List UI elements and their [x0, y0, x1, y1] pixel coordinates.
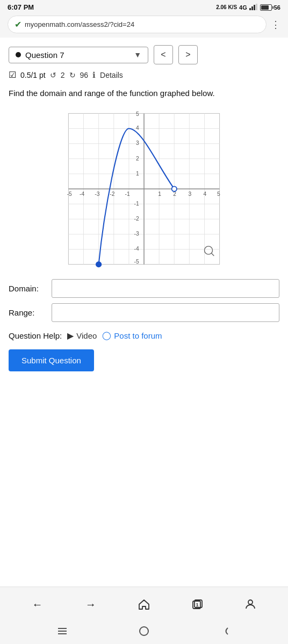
profile-icon: [244, 598, 257, 611]
secure-icon: ✔: [15, 19, 21, 30]
svg-text:-2: -2: [134, 216, 139, 222]
svg-text:2: 2: [173, 191, 176, 197]
question-selector[interactable]: Question 7 ▼: [9, 47, 148, 63]
help-row: Question Help: ▶ Video ◯ Post to forum: [9, 331, 279, 341]
svg-text:3: 3: [188, 191, 191, 197]
domain-row: Domain:: [9, 279, 279, 298]
svg-text:5: 5: [136, 111, 139, 117]
circle-gesture-icon: [139, 626, 149, 636]
svg-text:-5: -5: [67, 191, 72, 197]
forward-button[interactable]: →: [79, 592, 103, 616]
score-text: 0.5/1 pt: [20, 71, 46, 79]
svg-text:-3: -3: [95, 191, 99, 197]
battery-level: 56: [274, 4, 280, 11]
svg-text:4: 4: [136, 125, 139, 131]
graph-container: -4 -3 -2 -1 1 2 3 4 5 -5 5 4: [9, 108, 279, 269]
status-icons: 2.06 K/S 4G 56: [216, 4, 280, 11]
svg-text:-2: -2: [110, 191, 114, 197]
range-input[interactable]: [52, 303, 279, 322]
dropdown-arrow-icon: ▼: [134, 50, 141, 59]
bottom-nav-top: ← → 1: [0, 592, 288, 620]
svg-point-45: [96, 261, 101, 266]
sync-count: 96: [80, 71, 89, 79]
back-gesture[interactable]: [214, 623, 237, 640]
details-text: Details: [100, 71, 123, 79]
status-bar: 6:07 PM 2.06 K/S 4G 56: [0, 0, 288, 13]
svg-text:-4: -4: [134, 246, 139, 252]
menu-icon: [57, 627, 68, 635]
help-label: Question Help:: [9, 331, 62, 340]
video-label: Video: [76, 331, 97, 340]
url-text: myopenmath.com/assess2/?cid=24: [25, 20, 260, 28]
svg-rect-2: [254, 5, 255, 10]
svg-text:-1: -1: [134, 200, 139, 206]
question-row: Question 7 ▼ < >: [9, 45, 279, 64]
range-row: Range:: [9, 303, 279, 322]
main-content: Question 7 ▼ < > ☑ 0.5/1 pt ↺ 2 ↻ 96 ℹ D…: [0, 38, 288, 482]
svg-point-56: [140, 627, 148, 635]
retry-icon: ↺: [50, 71, 56, 79]
svg-point-46: [172, 186, 177, 191]
question-text: Find the domain and range of the functio…: [9, 87, 279, 100]
prev-question-button[interactable]: <: [154, 45, 173, 64]
time-display: 6:07 PM: [8, 3, 34, 11]
forum-label: Post to forum: [114, 331, 162, 340]
svg-text:-1: -1: [125, 191, 129, 197]
bottom-nav: ← → 1: [0, 587, 288, 644]
tabs-button[interactable]: 1: [185, 592, 209, 616]
network-type: 4G: [239, 4, 247, 11]
signal-icon: [249, 4, 258, 11]
home-gesture[interactable]: [132, 623, 156, 640]
forward-icon: →: [85, 598, 96, 611]
profile-button[interactable]: [239, 592, 262, 616]
svg-text:3: 3: [136, 140, 139, 146]
more-options-icon[interactable]: ⋮: [271, 19, 280, 31]
back-gesture-icon: [220, 626, 231, 636]
svg-text:4: 4: [204, 191, 207, 197]
svg-text:1: 1: [196, 602, 199, 608]
back-icon: ←: [32, 598, 43, 611]
svg-text:-5: -5: [134, 258, 139, 264]
video-icon: ▶: [67, 331, 74, 341]
range-label: Range:: [9, 308, 46, 317]
svg-rect-1: [251, 6, 253, 10]
question-dot: [16, 52, 21, 57]
domain-label: Domain:: [9, 284, 46, 293]
post-to-forum-button[interactable]: ◯ Post to forum: [102, 331, 162, 340]
svg-text:5: 5: [217, 191, 220, 197]
svg-rect-3: [256, 4, 257, 10]
svg-rect-0: [249, 8, 251, 10]
forum-icon: ◯: [102, 331, 111, 340]
bottom-nav-bottom: [0, 620, 288, 642]
svg-text:-4: -4: [80, 191, 84, 197]
back-button[interactable]: ←: [26, 592, 49, 616]
score-icon: ☑: [9, 70, 16, 80]
battery-icon: [260, 4, 272, 11]
network-speed: 2.06 K/S: [216, 4, 237, 10]
video-button[interactable]: ▶ Video: [67, 331, 97, 341]
domain-input[interactable]: [52, 279, 279, 298]
question-label: Question 7: [25, 50, 129, 60]
score-row: ☑ 0.5/1 pt ↺ 2 ↻ 96 ℹ Details: [9, 70, 279, 80]
svg-text:1: 1: [158, 191, 161, 197]
info-icon: ℹ: [92, 70, 96, 80]
svg-text:-3: -3: [134, 231, 139, 237]
submit-question-button[interactable]: Submit Question: [9, 349, 94, 371]
address-bar: ✔ myopenmath.com/assess2/?cid=24 ⋮: [0, 13, 288, 38]
home-button[interactable]: [132, 592, 156, 616]
next-question-button[interactable]: >: [178, 45, 198, 64]
svg-text:1: 1: [136, 170, 139, 176]
function-graph: -4 -3 -2 -1 1 2 3 4 5 -5 5 4: [63, 108, 225, 269]
sync-icon: ↻: [69, 71, 76, 79]
svg-text:2: 2: [136, 155, 139, 161]
tabs-icon: 1: [191, 598, 204, 611]
menu-gesture[interactable]: [51, 623, 74, 640]
attempts-text: 2: [61, 71, 65, 79]
address-content[interactable]: ✔ myopenmath.com/assess2/?cid=24: [8, 16, 267, 33]
home-icon: [138, 598, 150, 611]
svg-point-52: [248, 600, 253, 604]
